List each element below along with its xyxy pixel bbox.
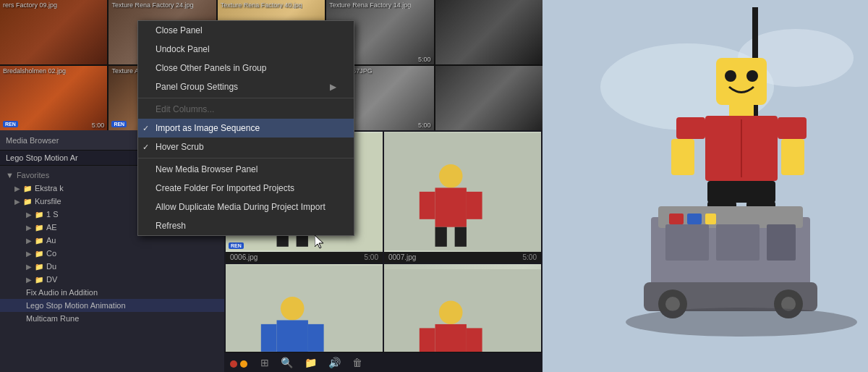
media-item[interactable] [435, 66, 542, 130]
tree-arrow: ▶ [26, 237, 32, 245]
menu-item-label: Panel Group Settings [156, 82, 238, 92]
section-arrow: ▼ [6, 171, 14, 179]
tree-item-label: Du [46, 262, 56, 271]
folder-icon: 📁 [23, 198, 32, 206]
menu-item-label: New Media Browser Panel [156, 164, 258, 174]
svg-rect-49 [665, 224, 709, 261]
tree-arrow: ▶ [14, 198, 20, 206]
panel-area: Media Browser ≡ Lego Stop Motion Ar ▼ Fa… [0, 130, 542, 372]
svg-rect-10 [420, 192, 435, 219]
menu-item-label: Undock Panel [156, 44, 210, 54]
svg-rect-8 [439, 164, 463, 188]
main-container: rers Factory 09.jpg Texture Rena Factory… [0, 0, 868, 372]
folder-icon: 📁 [35, 276, 43, 284]
menu-item-import-image-seq[interactable]: ✓ Import as Image Sequence [138, 119, 354, 138]
media-item[interactable] [435, 0, 542, 64]
svg-rect-32 [716, 58, 767, 105]
tree-item-dv[interactable]: ▶ 📁 DV [0, 273, 224, 286]
folder-icon: 📁 [35, 263, 43, 271]
tree-arrow: ▶ [26, 263, 32, 271]
search-icon[interactable]: 🔍 [278, 355, 296, 370]
status-dot-red [230, 360, 237, 368]
tree-item-du[interactable]: ▶ 📁 Du [0, 260, 224, 273]
menu-item-refresh[interactable]: Refresh [138, 216, 354, 235]
menu-item-label: Allow Duplicate Media During Project Imp… [156, 202, 326, 212]
svg-point-33 [725, 70, 736, 82]
section-label: Favorites [17, 171, 49, 179]
svg-rect-11 [467, 192, 482, 219]
media-item-label: Bredalsholmen 02.jpg [3, 67, 66, 75]
media-item-duration: 5:00 [418, 122, 431, 129]
svg-rect-54 [705, 214, 716, 224]
submenu-arrow-icon: ▶ [330, 82, 336, 92]
svg-rect-39 [671, 139, 694, 175]
media-thumb-duration: 5:00 [365, 253, 378, 261]
menu-item-hover-scrub[interactable]: ✓ Hover Scrub [138, 138, 354, 156]
svg-rect-9 [435, 187, 467, 227]
menu-item-close-other-panels[interactable]: Close Other Panels in Group [138, 59, 354, 77]
menu-item-label: Close Panel [156, 25, 203, 35]
tree-item-label: DV [46, 275, 57, 284]
media-item-label: Texture Rena Factory 24.jpg [111, 1, 193, 9]
media-item-label: Texture Rena Factory 40.jpg [221, 1, 302, 9]
media-item-duration: 5:00 [92, 122, 105, 129]
svg-rect-17 [261, 324, 277, 352]
menu-item-label: Edit Columns... [156, 104, 214, 114]
media-thumb-name: 0006.jpg [230, 253, 258, 261]
folder-icon[interactable]: 📁 [302, 355, 320, 370]
menu-item-create-folder[interactable]: Create Folder For Imported Projects [138, 179, 354, 198]
tree-item-lego[interactable]: Lego Stop Motion Animation [0, 299, 224, 312]
tree-arrow: ▶ [26, 250, 32, 258]
svg-point-57 [665, 297, 680, 311]
delete-icon[interactable]: 🗑 [349, 355, 365, 370]
bottom-toolbar: ⊞ 🔍 📁 🔊 🗑 [224, 352, 542, 372]
menu-item-close-panel[interactable]: Close Panel [138, 21, 354, 40]
folder-icon: 📁 [35, 237, 43, 245]
tree-item-label: Kursfile [35, 197, 61, 206]
media-thumb-inner [384, 132, 541, 252]
svg-rect-13 [455, 227, 467, 247]
grid-icon[interactable]: ⊞ [258, 355, 272, 370]
media-item-duration: 5:00 [418, 56, 431, 63]
svg-rect-41 [781, 139, 804, 175]
menu-item-new-media-browser[interactable]: New Media Browser Panel [138, 160, 354, 179]
svg-rect-40 [778, 117, 807, 139]
svg-rect-53 [687, 214, 702, 224]
menu-item-panel-group-settings[interactable]: Panel Group Settings ▶ [138, 77, 354, 96]
right-panel [542, 0, 868, 372]
menu-item-undock-panel[interactable]: Undock Panel [138, 40, 354, 59]
menu-item-label: Import as Image Sequence [156, 123, 260, 133]
menu-item-label: Close Other Panels in Group [156, 63, 266, 73]
media-thumb-item[interactable]: 0007.jpg 5:00 [384, 132, 541, 263]
menu-item-label: Refresh [156, 221, 186, 231]
tree-item-label: Co [46, 249, 56, 258]
tree-item-label: 1 S [46, 210, 59, 219]
menu-item-label: Hover Scrub [156, 142, 204, 152]
checkmark-icon: ✓ [142, 124, 149, 133]
tree-item-fixaudio[interactable]: Fix Audio in Addition [0, 286, 224, 299]
media-thumb-duration: 5:00 [523, 253, 537, 261]
tree-item-co[interactable]: ▶ 📁 Co [0, 247, 224, 260]
tree-item-label: Fix Audio in Addition [26, 288, 98, 297]
svg-rect-35 [729, 105, 754, 116]
tree-item-label: Multicam Rune [26, 314, 79, 323]
media-item[interactable]: rers Factory 09.jpg [0, 0, 107, 64]
folder-icon: 📁 [35, 211, 43, 219]
tree-item-label: AE [46, 223, 57, 232]
left-panel: rers Factory 09.jpg Texture Rena Factory… [0, 0, 542, 372]
tree-arrow: ▶ [26, 224, 32, 232]
svg-rect-42 [707, 181, 775, 203]
svg-point-34 [746, 70, 758, 82]
tree-arrow: ▶ [14, 185, 20, 193]
folder-icon: 📁 [23, 185, 32, 193]
svg-rect-12 [435, 227, 447, 247]
tree-item-label: Au [46, 236, 56, 245]
media-item[interactable]: Bredalsholmen 02.jpg 5:00 REN [0, 66, 107, 130]
media-browser-panel: Media Browser ≡ Lego Stop Motion Ar ▼ Fa… [0, 130, 224, 372]
tree-item-multicam[interactable]: Multicam Rune [0, 312, 224, 325]
tree-item-label: Ekstra k [35, 184, 64, 193]
menu-item-allow-duplicate[interactable]: Allow Duplicate Media During Project Imp… [138, 198, 354, 216]
menu-item-label: Create Folder For Imported Projects [156, 183, 294, 193]
audio-icon[interactable]: 🔊 [326, 355, 344, 370]
photo-background [542, 0, 868, 372]
